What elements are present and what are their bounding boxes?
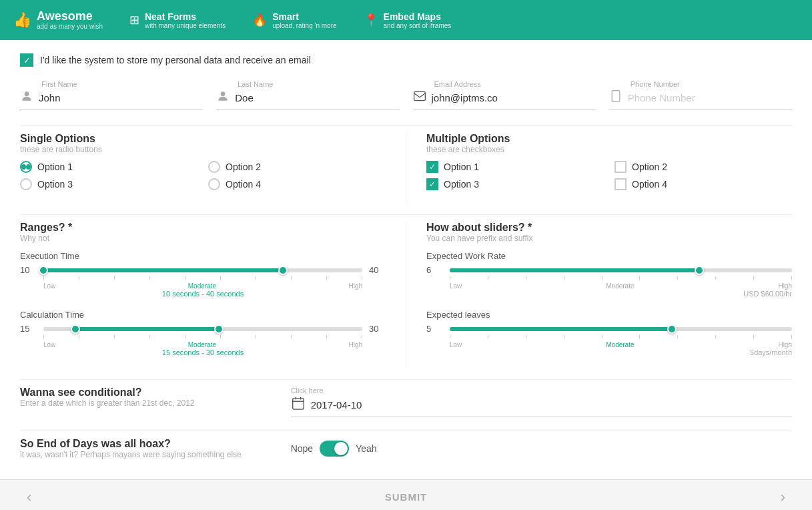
nav-smart-sub: upload, rating 'n more — [272, 22, 336, 29]
footer: ‹ SUBMIT › — [0, 479, 812, 510]
radio-option-2[interactable]: Option 2 — [208, 161, 386, 173]
tick — [715, 335, 716, 338]
execution-track[interactable] — [43, 268, 362, 272]
section-divider-1 — [20, 125, 792, 126]
tick — [79, 335, 79, 338]
calculation-moderate-label: Moderate — [188, 341, 216, 348]
tick — [488, 335, 488, 338]
nav-embed-maps[interactable]: 📍 Embed Maps and any sort of iframes — [364, 11, 452, 29]
main-content: ✓ I'd like the system to store my person… — [0, 40, 812, 479]
calculation-ticks — [43, 335, 362, 338]
toggle-title: So End of Days was all hoax? — [20, 438, 271, 450]
tick — [677, 276, 678, 280]
toggle-switch[interactable] — [320, 441, 349, 457]
svg-point-1 — [221, 91, 226, 96]
nav-smart-title: Smart — [272, 11, 336, 22]
nav-neat-forms[interactable]: ⊞ Neat Forms with many unique elements — [129, 11, 226, 29]
checkbox-option-4[interactable]: Option 4 — [615, 178, 792, 190]
execution-thumb-left[interactable] — [39, 266, 48, 275]
first-name-input[interactable] — [39, 92, 203, 103]
prev-button[interactable]: ‹ — [20, 485, 38, 509]
toggle-knob — [334, 442, 348, 455]
ranges-col: Ranges? * Why not Execution Time 10 40 — [20, 222, 406, 368]
leaves-summary: 5days/month — [450, 348, 792, 356]
calculation-track[interactable] — [43, 327, 362, 331]
toggle-control: Nope Yeah — [291, 441, 792, 457]
execution-high-label: High — [348, 282, 362, 290]
brand: 👍 Awesome add as many you wish — [13, 10, 103, 31]
person-icon — [20, 89, 33, 106]
calculation-high-label: High — [348, 341, 362, 348]
tick — [602, 335, 602, 338]
work-rate-summary: USD $60.00/hr — [450, 290, 792, 298]
calculation-time-row: Calculation Time 15 30 — [20, 310, 386, 356]
date-title: Wanna see conditional? — [20, 387, 271, 399]
leaves-moderate: Moderate — [606, 341, 634, 348]
tick — [526, 335, 526, 338]
tick — [450, 335, 450, 338]
checkbox-label-2: Option 2 — [632, 162, 667, 172]
leaves-labels: Low Moderate High — [450, 341, 792, 348]
tick — [526, 276, 526, 280]
execution-moderate-label: Moderate — [188, 282, 216, 290]
calculation-labels: Low Moderate High — [43, 341, 362, 348]
ranges-sliders-section: Ranges? * Why not Execution Time 10 40 — [20, 222, 792, 368]
email-label: Email Address — [434, 80, 596, 88]
tick — [291, 276, 292, 280]
options-section: Single Options these are radio buttons O… — [20, 133, 792, 204]
fields-row: First Name Last Name Email Address — [20, 80, 792, 109]
work-rate-label: Expected Work Rate — [426, 251, 792, 261]
tick — [185, 276, 185, 280]
consent-checkbox[interactable]: ✓ — [20, 53, 33, 67]
next-button[interactable]: › — [774, 485, 792, 509]
submit-button[interactable]: SUBMIT — [385, 491, 428, 503]
work-rate-track[interactable] — [450, 268, 792, 272]
execution-time-label: Execution Time — [20, 251, 386, 261]
checkbox-option-2[interactable]: Option 2 — [615, 161, 792, 173]
work-rate-track-container: 6 — [426, 265, 792, 275]
svg-rect-2 — [414, 91, 425, 100]
radio-circle-4 — [208, 178, 220, 190]
nav-neat-forms-title: Neat Forms — [145, 11, 226, 22]
radio-label-2: Option 2 — [226, 162, 261, 172]
brand-icon: 👍 — [13, 11, 31, 29]
last-name-input[interactable] — [235, 92, 399, 103]
radio-option-4[interactable]: Option 4 — [208, 178, 386, 190]
leaves-row: Expected leaves 5 — [426, 310, 792, 356]
last-name-field-group: Last Name — [216, 80, 399, 109]
toggle-section: So End of Days was all hoax? it was, was… — [20, 438, 792, 459]
execution-thumb-right[interactable] — [278, 266, 288, 275]
checkbox-sq-3: ✓ — [426, 178, 438, 190]
execution-max-val: 40 — [369, 265, 386, 275]
checkbox-option-1[interactable]: ✓ Option 1 — [426, 161, 604, 173]
checkbox-sq-1: ✓ — [426, 161, 438, 173]
leaves-track-container: 5 — [426, 324, 792, 334]
radio-label-1: Option 1 — [37, 162, 73, 172]
calendar-icon — [291, 396, 306, 414]
phone-input[interactable] — [628, 92, 792, 103]
date-input-row[interactable]: 2017-04-10 — [291, 396, 792, 417]
calculation-thumb-left[interactable] — [71, 324, 80, 334]
leaves-high: High — [778, 341, 792, 348]
nav-smart[interactable]: 🔥 Smart upload, rating 'n more — [252, 11, 336, 29]
person2-icon — [216, 89, 230, 106]
leaves-thumb[interactable] — [667, 324, 677, 334]
tick — [149, 276, 150, 280]
radio-circle-2 — [208, 161, 220, 173]
email-input[interactable] — [432, 92, 596, 103]
first-name-label: First Name — [41, 80, 203, 88]
tick — [753, 335, 754, 338]
checkbox-option-3[interactable]: ✓ Option 3 — [426, 178, 604, 190]
last-name-label: Last Name — [238, 80, 399, 88]
work-rate-low: Low — [450, 282, 462, 290]
execution-low-label: Low — [43, 282, 55, 290]
radio-option-1[interactable]: Option 1 — [20, 161, 197, 173]
radio-option-3[interactable]: Option 3 — [20, 178, 197, 190]
work-rate-thumb[interactable] — [695, 266, 704, 275]
leaves-track[interactable] — [450, 327, 792, 331]
calculation-thumb-right[interactable] — [214, 324, 224, 334]
single-options-subtitle: these are radio buttons — [20, 145, 386, 154]
tick — [149, 335, 150, 338]
leaves-track-fill — [450, 327, 672, 331]
execution-min-val: 10 — [20, 265, 37, 275]
